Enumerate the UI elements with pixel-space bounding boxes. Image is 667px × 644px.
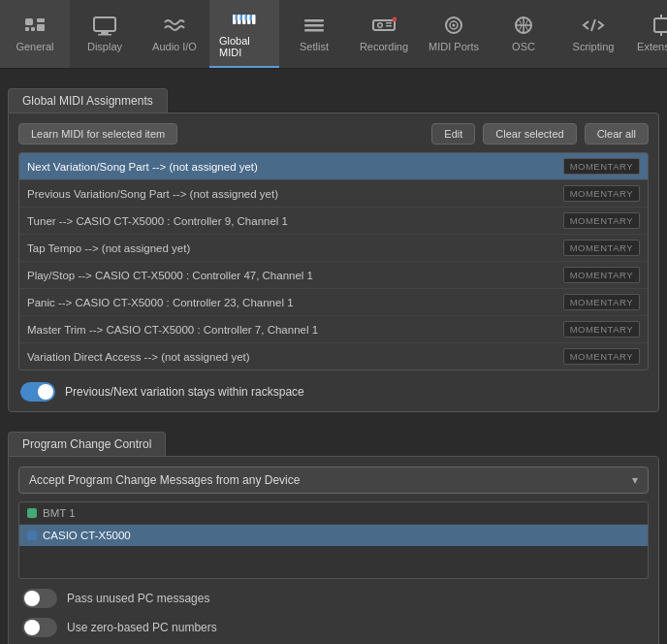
nav-setlist[interactable]: Setlist xyxy=(279,0,349,68)
device-row-0[interactable]: BMT 1 xyxy=(19,502,648,525)
global-midi-content: Learn MIDI for selected item Edit Clear … xyxy=(8,113,659,412)
learn-midi-button[interactable]: Learn MIDI for selected item xyxy=(18,123,177,145)
device-dot-0 xyxy=(27,508,37,518)
svg-rect-14 xyxy=(240,15,243,20)
nav-midi-ports[interactable]: MIDI Ports xyxy=(419,0,489,68)
nav-display-label: Display xyxy=(87,41,122,52)
nav-osc[interactable]: OSC xyxy=(489,0,558,68)
midi-row-6-badge: MOMENTARY xyxy=(563,321,640,338)
option-row-0: Pass unused PC messages xyxy=(22,589,645,608)
general-icon xyxy=(21,14,48,37)
midi-row-3-text: Tap Tempo --> (not assigned yet) xyxy=(27,242,563,254)
device-dot-1 xyxy=(27,531,37,540)
svg-rect-6 xyxy=(101,32,109,34)
display-icon xyxy=(91,14,118,37)
svg-rect-15 xyxy=(245,15,248,20)
svg-rect-12 xyxy=(252,15,256,24)
nav-general-label: General xyxy=(16,41,53,52)
svg-rect-13 xyxy=(236,15,238,20)
svg-rect-33 xyxy=(654,18,667,32)
svg-rect-0 xyxy=(25,18,33,25)
midi-row-1-badge: MOMENTARY xyxy=(563,185,640,202)
midi-row-0[interactable]: Next Variation/Song Part --> (not assign… xyxy=(19,153,648,180)
midi-row-4-text: Play/Stop --> CASIO CT-X5000 : Controlle… xyxy=(27,270,563,281)
nav-display[interactable]: Display xyxy=(70,0,140,68)
midi-row-4-badge: MOMENTARY xyxy=(563,267,640,283)
nav-setlist-label: Setlist xyxy=(300,41,329,52)
svg-rect-7 xyxy=(98,34,111,36)
nav-extensions-label: Extensions xyxy=(637,41,667,52)
dropdown-arrow-icon: ▾ xyxy=(632,473,638,487)
svg-line-32 xyxy=(591,19,595,31)
device-list: BMT 1 CASIO CT-X5000 xyxy=(18,501,649,579)
svg-rect-23 xyxy=(386,22,392,24)
dropdown-value: Accept Program Change Messages from any … xyxy=(29,473,300,487)
variation-toggle-label: Previous/Next variation stays within rac… xyxy=(65,385,304,399)
midi-row-5-text: Panic --> CASIO CT-X5000 : Controller 23… xyxy=(27,297,563,308)
program-change-content: Accept Program Change Messages from any … xyxy=(8,456,659,644)
global-midi-icon xyxy=(231,8,258,31)
midi-row-0-badge: MOMENTARY xyxy=(563,158,640,175)
extensions-icon xyxy=(650,14,667,37)
svg-point-22 xyxy=(379,24,382,27)
svg-rect-20 xyxy=(373,20,395,30)
midi-row-3-badge: MOMENTARY xyxy=(563,240,640,256)
pass-unused-toggle[interactable] xyxy=(22,589,57,608)
pass-unused-label: Pass unused PC messages xyxy=(67,592,209,605)
midi-row-2[interactable]: Tuner --> CASIO CT-X5000 : Controller 9,… xyxy=(19,208,648,235)
midi-row-5[interactable]: Panic --> CASIO CT-X5000 : Controller 23… xyxy=(19,289,648,316)
midi-row-1[interactable]: Previous Variation/Song Part --> (not as… xyxy=(19,180,648,208)
setlist-icon xyxy=(301,14,328,37)
midi-row-4[interactable]: Play/Stop --> CASIO CT-X5000 : Controlle… xyxy=(19,262,648,289)
clear-selected-button[interactable]: Clear selected xyxy=(483,123,576,145)
midi-toolbar: Learn MIDI for selected item Edit Clear … xyxy=(18,123,649,145)
osc-icon xyxy=(510,14,537,37)
midi-row-6[interactable]: Master Trim --> CASIO CT-X5000 : Control… xyxy=(19,316,648,343)
program-change-dropdown[interactable]: Accept Program Change Messages from any … xyxy=(18,467,649,494)
midi-row-1-text: Previous Variation/Song Part --> (not as… xyxy=(27,188,563,200)
zero-based-toggle[interactable] xyxy=(22,618,57,637)
midi-row-7[interactable]: Variation Direct Access --> (not assigne… xyxy=(19,343,648,370)
nav-midi-ports-label: MIDI Ports xyxy=(429,41,479,52)
edit-button[interactable]: Edit xyxy=(431,123,475,145)
svg-rect-17 xyxy=(304,19,324,22)
top-nav: General Display Audio I/O xyxy=(0,0,667,69)
midi-row-5-badge: MOMENTARY xyxy=(563,294,640,310)
midi-row-7-text: Variation Direct Access --> (not assigne… xyxy=(27,351,563,363)
svg-rect-18 xyxy=(304,24,324,27)
midi-assignments-list: Next Variation/Song Part --> (not assign… xyxy=(18,152,649,370)
svg-rect-1 xyxy=(25,27,29,31)
midi-row-7-badge: MOMENTARY xyxy=(563,348,640,365)
device-name-1: CASIO CT-X5000 xyxy=(43,530,131,541)
svg-rect-4 xyxy=(37,24,45,31)
nav-osc-label: OSC xyxy=(512,41,535,52)
nav-scripting-label: Scripting xyxy=(573,41,615,52)
nav-scripting[interactable]: Scripting xyxy=(558,0,628,68)
nav-audio-io-label: Audio I/O xyxy=(152,41,197,52)
midi-row-2-text: Tuner --> CASIO CT-X5000 : Controller 9,… xyxy=(27,215,563,227)
global-midi-section-header: Global MIDI Assignments xyxy=(8,88,168,113)
program-change-section-header: Program Change Control xyxy=(8,432,166,456)
recording-icon xyxy=(370,14,397,37)
svg-rect-3 xyxy=(37,18,45,22)
midi-row-0-text: Next Variation/Song Part --> (not assign… xyxy=(27,161,563,173)
variation-toggle[interactable] xyxy=(20,382,55,402)
global-midi-section: Global MIDI Assignments Learn MIDI for s… xyxy=(0,79,667,412)
midi-row-3[interactable]: Tap Tempo --> (not assigned yet) MOMENTA… xyxy=(19,235,648,262)
midi-ports-icon xyxy=(440,14,467,37)
variation-toggle-row: Previous/Next variation stays within rac… xyxy=(18,382,649,402)
nav-audio-io[interactable]: Audio I/O xyxy=(140,0,209,68)
nav-global-midi-label: Global MIDI xyxy=(219,35,270,58)
nav-recording[interactable]: Recording xyxy=(349,0,419,68)
svg-rect-2 xyxy=(31,27,35,31)
nav-global-midi[interactable]: Global MIDI xyxy=(209,0,279,68)
option-row-1: Use zero-based PC numbers xyxy=(22,618,645,637)
device-name-0: BMT 1 xyxy=(43,507,76,519)
nav-general[interactable]: General xyxy=(0,0,70,68)
zero-based-label: Use zero-based PC numbers xyxy=(67,621,217,634)
nav-extensions[interactable]: Extensions xyxy=(628,0,667,68)
clear-all-button[interactable]: Clear all xyxy=(585,123,649,145)
device-row-1[interactable]: CASIO CT-X5000 xyxy=(19,525,648,546)
midi-row-2-badge: MOMENTARY xyxy=(563,212,640,229)
midi-row-6-text: Master Trim --> CASIO CT-X5000 : Control… xyxy=(27,324,563,336)
